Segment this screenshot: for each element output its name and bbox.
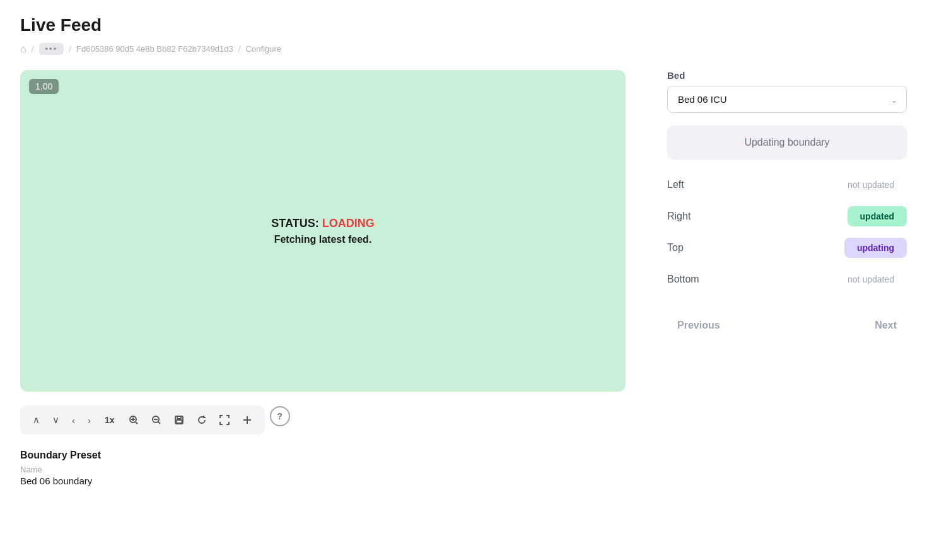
bottom-label: Bottom	[667, 274, 699, 285]
feed-container: 1.00 STATUS: LOADING Fetching latest fee…	[20, 70, 626, 392]
move-up-button[interactable]: ∧	[28, 411, 45, 429]
breadcrumb-current: Configure	[246, 44, 281, 54]
boundary-top-row: Top updating	[667, 238, 907, 258]
updating-boundary-button: Updating boundary	[667, 125, 907, 160]
zoom-label: 1x	[98, 412, 121, 428]
boundary-preset-name-value: Bed 06 boundary	[20, 475, 647, 486]
next-button[interactable]: Next	[865, 315, 907, 336]
right-status: updated	[848, 206, 907, 226]
top-status: updating	[844, 238, 907, 258]
left-label: Left	[667, 179, 684, 190]
left-panel: 1.00 STATUS: LOADING Fetching latest fee…	[20, 70, 647, 486]
breadcrumb: ⌂ / ••• / Fd605386 90d5 4e8b Bb82 F62b73…	[20, 43, 907, 55]
breadcrumb-dots[interactable]: •••	[39, 43, 64, 55]
add-button[interactable]	[237, 411, 257, 429]
svg-line-5	[158, 422, 160, 424]
breadcrumb-sep-3: /	[238, 44, 241, 54]
boundary-preset-title: Boundary Preset	[20, 450, 647, 461]
bed-select[interactable]: Bed 06 ICU	[667, 86, 907, 113]
svg-line-1	[135, 422, 137, 424]
right-label: Right	[667, 211, 691, 222]
page-title: Live Feed	[20, 15, 907, 35]
feed-version-badge: 1.00	[29, 79, 59, 94]
boundary-preset-section: Boundary Preset Name Bed 06 boundary	[20, 450, 647, 486]
right-panel: Bed Bed 06 ICU ⌄ Updating boundary Left …	[667, 70, 907, 336]
zoom-in-button[interactable]	[124, 411, 144, 429]
bed-select-wrapper[interactable]: Bed 06 ICU ⌄	[667, 86, 907, 113]
boundary-preset-name-label: Name	[20, 465, 647, 474]
feed-status-text: STATUS: LOADING Fetching latest feed.	[271, 217, 374, 245]
boundary-status-grid: Left not updated Right updated Top updat…	[667, 175, 907, 289]
help-button[interactable]: ?	[270, 406, 290, 426]
boundary-left-row: Left not updated	[667, 175, 907, 195]
move-down-button[interactable]: ∨	[47, 411, 64, 429]
left-status: not updated	[835, 175, 907, 195]
svg-rect-9	[176, 420, 182, 423]
feed-status-line: STATUS: LOADING	[271, 217, 374, 230]
status-label: STATUS:	[271, 217, 318, 230]
bottom-status: not updated	[835, 269, 907, 289]
breadcrumb-device-id: Fd605386 90d5 4e8b Bb82 F62b7349d1d3	[76, 44, 233, 54]
top-label: Top	[667, 242, 684, 254]
boundary-bottom-row: Bottom not updated	[667, 269, 907, 289]
save-button[interactable]	[169, 411, 189, 429]
nav-buttons: Previous Next	[667, 310, 907, 336]
refresh-button[interactable]	[192, 411, 212, 429]
svg-rect-8	[177, 416, 181, 419]
fullscreen-button[interactable]	[214, 411, 235, 429]
home-icon[interactable]: ⌂	[20, 44, 26, 55]
previous-button[interactable]: Previous	[667, 315, 730, 336]
move-left-button[interactable]: ‹	[67, 411, 80, 429]
boundary-right-row: Right updated	[667, 206, 907, 226]
breadcrumb-sep-2: /	[69, 44, 71, 54]
bed-label: Bed	[667, 70, 907, 81]
move-right-button[interactable]: ›	[83, 411, 96, 429]
toolbar: ∧ ∨ ‹ › 1x	[20, 405, 265, 435]
feed-status-sub: Fetching latest feed.	[271, 234, 374, 245]
breadcrumb-sep-1: /	[32, 44, 34, 54]
status-value: LOADING	[322, 217, 375, 230]
zoom-out-button[interactable]	[146, 411, 166, 429]
